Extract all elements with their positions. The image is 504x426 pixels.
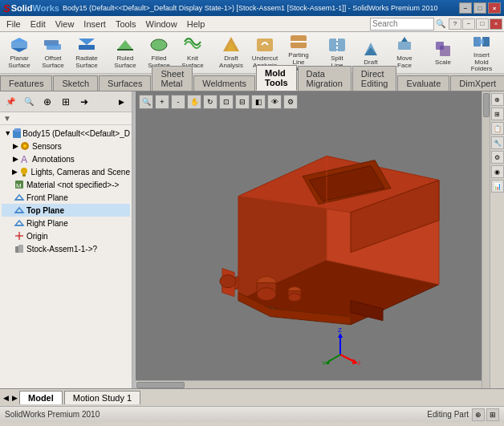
tree-item-material[interactable]: M Material <not specified>-> [2,178,130,191]
feature-manager-search[interactable]: 🔍 [20,94,38,110]
tree-item-stock-assem[interactable]: Stock-Assem1-1->? [2,242,130,255]
tree-expand-sensors[interactable]: ▶ [13,142,18,150]
rm-btn-3[interactable]: 📋 [491,122,504,135]
scale-button[interactable]: Scale [427,34,459,71]
tree-item-right-plane[interactable]: Right Plane [2,217,130,229]
tab-dimxpert[interactable]: DimXpert [450,75,504,91]
section-view-button[interactable]: ⊟ [235,95,250,109]
rm-btn-2[interactable]: ⊞ [491,108,504,120]
split-line-icon [327,35,347,55]
menu-view[interactable]: View [51,18,79,30]
insert-mold-button[interactable]: Insert Mold Folders [465,34,498,71]
title-bar: S SolidWorks Body15 (Default<<Default>_D… [0,0,504,16]
search-input[interactable] [370,18,434,30]
svg-text:A: A [21,154,27,164]
undercut-analysis-icon [255,35,274,55]
rm-btn-4[interactable]: 🔧 [491,136,504,149]
status-icon-1[interactable]: ⊕ [472,408,485,421]
rm-btn-6[interactable]: ◉ [491,165,504,178]
menu-tools[interactable]: Tools [111,18,141,30]
tree-item-annotations[interactable]: ▶ A Annotations [2,152,130,165]
help-button[interactable]: ? [449,18,461,30]
tree-item-top-plane[interactable]: Top Plane [2,204,130,217]
radiate-surface-button[interactable]: Radiate Surface [71,34,103,71]
tree-expand-annotations[interactable]: ▶ [13,155,18,163]
bottom-tab-model[interactable]: Model [19,391,63,404]
svg-rect-56 [18,245,23,253]
menu-file[interactable]: File [2,18,26,30]
minimize-button[interactable]: − [459,2,472,14]
tree-expand-lights[interactable]: ▶ [12,168,18,176]
bottom-tab-right-arrow[interactable]: ▶ [10,394,19,402]
hide-show-button[interactable]: 👁 [267,95,282,109]
tab-direct-editing[interactable]: Direct Editing [352,66,397,91]
parting-line-analysis-icon [289,32,308,51]
svg-point-73 [257,288,276,301]
bottom-tab-motion-study[interactable]: Motion Study 1 [64,391,140,404]
3d-viewport[interactable]: 🔍 + - ✋ ↻ ⊡ ⊟ ◧ 👁 ⚙ [136,91,490,388]
tree-item-lights[interactable]: ▶ Lights, Cameras and Scene [2,165,130,178]
svg-rect-38 [14,128,21,132]
rm-btn-7[interactable]: 📊 [491,180,504,193]
search-area: 🔍 [370,18,445,30]
tree-item-body15[interactable]: ▼ Body15 (Default<<Default>_D [2,127,130,140]
rm-btn-1[interactable]: ⊕ [491,93,504,106]
horizontal-scrollbar[interactable] [136,380,482,388]
toolbar-minimize-button[interactable]: − [462,18,475,30]
tab-evaluate[interactable]: Evaluate [397,75,449,91]
svg-marker-18 [364,47,377,55]
menu-help[interactable]: Help [182,18,210,30]
rm-btn-5[interactable]: ⚙ [491,151,504,164]
zoom-to-fit-button[interactable]: 🔍 [139,95,153,109]
right-mini-toolbar: ⊕ ⊞ 📋 🔧 ⚙ ◉ 📊 [490,91,504,388]
tab-data-migration[interactable]: Data Migration [298,66,352,91]
vertical-scrollbar-thumb[interactable] [483,93,490,117]
zoom-in-button[interactable]: + [155,95,169,109]
planar-surface-icon [10,35,29,55]
feature-manager-option1[interactable]: ⊕ [39,94,56,110]
tree-item-front-plane[interactable]: Front Plane [2,191,130,204]
view-orientation-button[interactable]: ⊡ [219,95,234,109]
radiate-surface-icon [77,35,96,55]
close-button[interactable]: × [488,2,501,14]
menu-edit[interactable]: Edit [26,18,51,30]
maximize-button[interactable]: □ [474,2,486,14]
menu-insert[interactable]: Insert [79,18,111,30]
parting-lines-button[interactable]: Parting Lines [499,34,504,71]
vertical-scrollbar[interactable] [482,91,490,388]
pan-button[interactable]: ✋ [187,95,201,109]
svg-marker-80 [352,359,358,364]
svg-marker-6 [117,40,133,50]
bottom-tab-left-arrow[interactable]: ◀ [2,394,10,402]
view-settings-button[interactable]: ⚙ [283,95,298,109]
offset-surface-button[interactable]: Offset Surface [37,34,69,71]
tree-item-sensors[interactable]: ▶ Sensors [2,140,130,152]
ruled-surface-button[interactable]: Ruled Surface [109,34,141,71]
feature-manager-option2[interactable]: ⊞ [57,94,75,110]
tab-sketch[interactable]: Sketch [53,75,98,91]
tab-surfaces[interactable]: Surfaces [99,75,151,91]
status-icon-2[interactable]: ⊞ [486,408,499,421]
feature-manager-option3[interactable]: ➜ [75,94,93,110]
tab-sheet-metal[interactable]: Sheet Metal [152,66,193,91]
toolbar-maximize-button[interactable]: □ [476,18,489,30]
rotate-button[interactable]: ↻ [203,95,217,109]
tree-expand-body15[interactable]: ▼ [4,129,11,137]
tree-filter-row: ▼ [0,112,132,125]
feature-manager-pin[interactable]: 📌 [2,94,19,110]
tree-label-stock-assem: Stock-Assem1-1->? [26,245,97,254]
menu-window[interactable]: Window [141,18,182,30]
zoom-out-button[interactable]: - [171,95,185,109]
draft-analysis-button[interactable]: Draft Analysis [215,34,247,71]
toolbar-close-button[interactable]: × [490,18,502,30]
planar-surface-button[interactable]: Planar Surface [3,34,35,71]
tree-item-origin[interactable]: Origin [2,229,130,242]
tab-weldments[interactable]: Weldments [193,75,255,91]
tab-mold-tools[interactable]: Mold Tools [256,65,297,91]
svg-text:Z: Z [338,327,342,334]
insert-mold-label: Insert Mold Folders [469,52,494,73]
horizontal-scrollbar-thumb[interactable] [136,382,185,388]
tab-features[interactable]: Features [0,75,52,91]
display-style-button[interactable]: ◧ [251,95,266,109]
feature-manager-collapse[interactable]: ▶ [112,94,130,110]
